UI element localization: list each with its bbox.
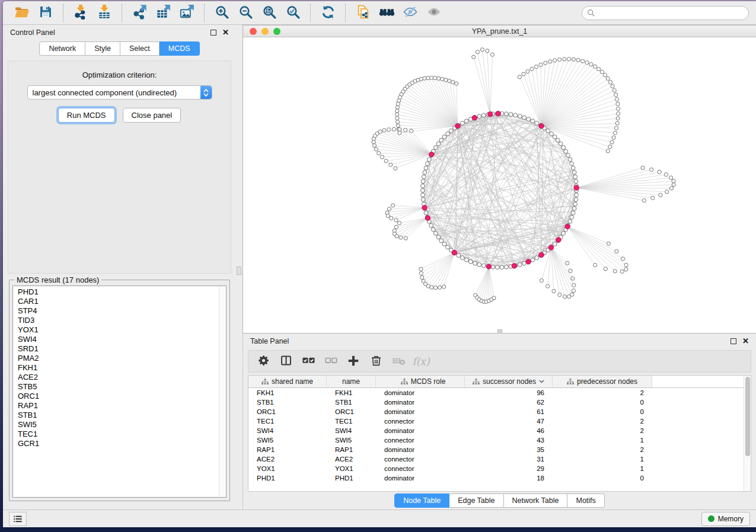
first-neighbors-button[interactable] bbox=[375, 4, 398, 23]
float-panel-icon[interactable] bbox=[210, 30, 216, 36]
save-button[interactable] bbox=[34, 4, 58, 23]
select-all-button[interactable] bbox=[297, 352, 320, 371]
close-panel-icon[interactable]: ✕ bbox=[222, 30, 229, 36]
minimize-window-icon[interactable] bbox=[261, 28, 269, 35]
first-neighbors-icon bbox=[379, 5, 395, 21]
tab-network-table[interactable]: Network Table bbox=[504, 493, 568, 508]
control-panel-title: Control Panel bbox=[10, 28, 55, 37]
table-cell: ORC1 bbox=[327, 408, 376, 415]
mcds-result-node[interactable]: ORC1 bbox=[14, 392, 218, 401]
mcds-result-node[interactable]: YOX1 bbox=[14, 325, 218, 335]
table-scrollbar-thumb[interactable] bbox=[745, 377, 750, 456]
mcds-result-node[interactable]: SRD1 bbox=[14, 344, 218, 354]
tab-style[interactable]: Style bbox=[85, 41, 120, 56]
mcds-result-node[interactable]: FKH1 bbox=[14, 363, 218, 373]
mcds-result-node[interactable]: PMA2 bbox=[14, 354, 218, 363]
application-window: Control Panel ✕ NetworkStyleSelectMCDS O… bbox=[3, 1, 756, 527]
memory-button[interactable]: Memory bbox=[701, 512, 750, 526]
run-mcds-button[interactable]: Run MCDS bbox=[58, 108, 115, 123]
export-image-button[interactable] bbox=[175, 4, 199, 23]
add-row-icon bbox=[347, 354, 360, 369]
table-cell: PHD1 bbox=[248, 475, 327, 482]
zoom-selected-button[interactable] bbox=[281, 4, 305, 23]
tab-select[interactable]: Select bbox=[120, 41, 160, 56]
table-cell: connector bbox=[376, 437, 465, 444]
refresh-button[interactable] bbox=[316, 4, 340, 23]
zoom-fit-button[interactable] bbox=[257, 4, 281, 23]
close-table-panel-icon[interactable]: ✕ bbox=[742, 338, 749, 344]
table-cell: RAP1 bbox=[327, 446, 376, 453]
table-row[interactable]: SWI4SWI4dominator462 bbox=[248, 426, 751, 435]
export-table-button[interactable] bbox=[151, 4, 175, 23]
mcds-result-node[interactable]: CAR1 bbox=[14, 297, 218, 306]
search-input[interactable] bbox=[599, 9, 744, 17]
delete-row-button[interactable] bbox=[365, 352, 387, 371]
table-row[interactable]: ORC1ORC1dominator610 bbox=[248, 407, 751, 416]
table-cell: ACE2 bbox=[327, 456, 376, 463]
mcds-result-node[interactable]: GCR1 bbox=[14, 439, 218, 448]
mcds-result-node[interactable]: RAP1 bbox=[14, 401, 218, 411]
optimization-criterion-select[interactable]: largest connected component (undirected) bbox=[27, 85, 212, 100]
zoom-in-icon bbox=[215, 5, 229, 21]
mcds-result-node[interactable]: STB5 bbox=[14, 382, 218, 392]
column-layout-icon bbox=[280, 354, 292, 368]
column-layout-button[interactable] bbox=[275, 352, 297, 371]
import-table-button[interactable] bbox=[92, 4, 116, 23]
table-cell: 18 bbox=[465, 475, 553, 482]
network-table-splitter-handle[interactable] bbox=[497, 329, 502, 334]
network-view-titlebar: YPA_prune.txt_1 bbox=[243, 25, 756, 37]
tab-node-table[interactable]: Node Table bbox=[394, 493, 449, 508]
column-header-shared-name[interactable]: shared name bbox=[248, 376, 327, 387]
zoom-in-button[interactable] bbox=[210, 4, 234, 23]
splitter-handle[interactable] bbox=[237, 267, 241, 275]
table-cell: STB1 bbox=[248, 399, 327, 406]
mcds-result-node[interactable]: TEC1 bbox=[14, 430, 218, 439]
mcds-result-node[interactable]: ACE2 bbox=[14, 373, 218, 382]
main-toolbar bbox=[3, 1, 756, 25]
mcds-result-node[interactable]: STB1 bbox=[14, 411, 218, 420]
table-row[interactable]: TEC1TEC1connector472 bbox=[248, 416, 751, 426]
mcds-result-node[interactable]: SWI5 bbox=[14, 420, 218, 430]
table-row[interactable]: PHD1PHD1dominator180 bbox=[248, 473, 751, 483]
mcds-result-node[interactable]: TID3 bbox=[14, 316, 218, 325]
column-header-name[interactable]: name bbox=[327, 376, 376, 387]
settings-gear-button[interactable] bbox=[252, 352, 275, 371]
tab-motifs[interactable]: Motifs bbox=[567, 493, 604, 508]
table-row[interactable]: FKH1FKH1dominator962 bbox=[248, 388, 751, 398]
open-folder-button[interactable] bbox=[10, 4, 34, 23]
result-list-scrollbar[interactable] bbox=[219, 287, 225, 496]
tab-mcds[interactable]: MCDS bbox=[160, 41, 200, 56]
table-row[interactable]: STB1STB1dominator620 bbox=[248, 398, 751, 407]
float-table-panel-icon[interactable] bbox=[731, 338, 736, 344]
add-row-button[interactable] bbox=[342, 352, 365, 371]
column-header-MCDS-role[interactable]: MCDS role bbox=[376, 376, 465, 387]
deselect-all-button[interactable] bbox=[320, 352, 342, 371]
task-history-button[interactable] bbox=[9, 512, 27, 526]
table-row[interactable]: YOX1YOX1connector291 bbox=[248, 464, 751, 473]
import-network-button[interactable] bbox=[69, 4, 92, 23]
close-window-icon[interactable] bbox=[250, 28, 257, 35]
mcds-result-node[interactable]: SWI4 bbox=[14, 335, 218, 344]
hide-selected-button[interactable] bbox=[398, 4, 422, 23]
close-panel-button[interactable]: Close panel bbox=[123, 108, 181, 123]
table-row[interactable]: RAP1RAP1dominator352 bbox=[248, 445, 751, 454]
tab-edge-table[interactable]: Edge Table bbox=[449, 493, 503, 508]
column-header-successor-nodes[interactable]: successor nodes bbox=[465, 376, 553, 387]
zoom-out-button[interactable] bbox=[234, 4, 257, 23]
refresh-icon bbox=[321, 5, 336, 21]
table-cell: SWI5 bbox=[248, 437, 327, 444]
tab-network[interactable]: Network bbox=[39, 41, 85, 56]
export-network-button[interactable] bbox=[127, 4, 151, 23]
column-header-predecessor-nodes[interactable]: predecessor nodes bbox=[553, 376, 652, 387]
table-cell: ORC1 bbox=[248, 408, 327, 415]
show-all-button[interactable] bbox=[422, 4, 446, 23]
table-row[interactable]: SWI5SWI5connector431 bbox=[248, 435, 751, 445]
mcds-result-node[interactable]: STP4 bbox=[14, 306, 218, 316]
maximize-window-icon[interactable] bbox=[273, 28, 280, 35]
copy-network-button[interactable] bbox=[351, 4, 375, 23]
network-canvas[interactable] bbox=[243, 37, 756, 333]
mcds-panel: Optimization criterion: largest connecte… bbox=[8, 60, 231, 274]
table-cell: YOX1 bbox=[327, 465, 376, 472]
mcds-result-node[interactable]: PHD1 bbox=[14, 287, 218, 297]
table-row[interactable]: ACE2ACE2connector311 bbox=[248, 454, 751, 464]
